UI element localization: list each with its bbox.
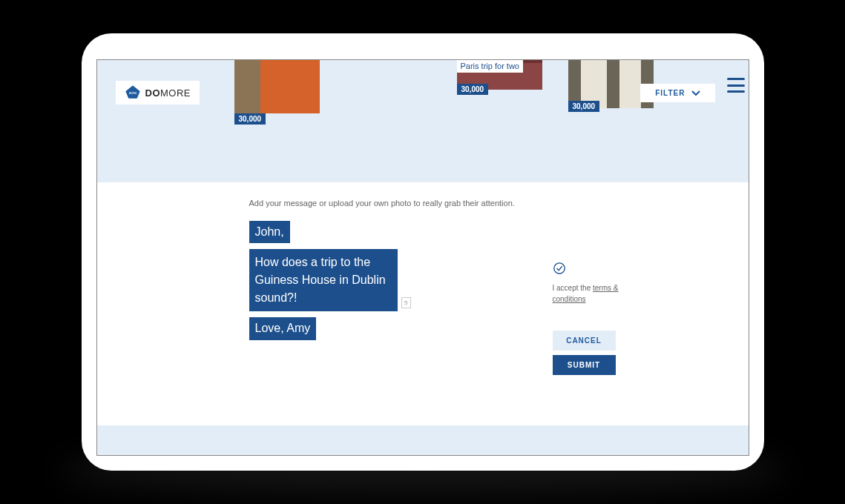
footer-strip: [97, 425, 749, 455]
svg-point-1: [553, 263, 564, 273]
card-price: 30,000: [457, 84, 489, 95]
greeting-input[interactable]: John,: [249, 221, 290, 243]
avios-logo-icon: avios: [125, 84, 141, 101]
main-content: Add your message or upload your own phot…: [97, 182, 749, 425]
cards-row: 30,000 30,000 Paris trip for two 30,000 …: [234, 60, 749, 156]
camera-icon[interactable]: [502, 228, 521, 242]
terms-text: I accept the terms & conditions: [553, 282, 619, 305]
logo-text-thin: MORE: [160, 87, 191, 99]
char-counter: 5: [401, 297, 410, 308]
menu-button[interactable]: [727, 78, 745, 93]
topbar: avios DOMORE 30,000 30,000 Paris trip fo: [97, 60, 749, 156]
card-image: [346, 59, 431, 60]
logo-text-bold: DO: [145, 87, 161, 99]
reward-card[interactable]: Paris trip for two 30,000: [457, 59, 542, 156]
filter-button[interactable]: FILTER: [640, 84, 714, 102]
submit-button[interactable]: SUBMIT: [553, 355, 616, 375]
filter-label: FILTER: [655, 89, 685, 97]
card-price: 30,000: [568, 101, 600, 112]
reward-card[interactable]: 30,000: [568, 59, 654, 156]
reward-card[interactable]: 30,000: [234, 60, 320, 156]
signoff-input[interactable]: Love, Amy: [249, 317, 317, 339]
compose-row: John, How does a trip to the Guiness Hou…: [249, 221, 726, 379]
cancel-button[interactable]: CANCEL: [553, 331, 616, 351]
logo[interactable]: avios DOMORE: [116, 81, 200, 105]
card-image: [234, 60, 320, 113]
svg-text:avios: avios: [128, 91, 137, 95]
instruction-text: Add your message or upload your own phot…: [249, 199, 726, 208]
message-body-input[interactable]: How does a trip to the Guiness House in …: [249, 249, 398, 311]
card-price: 30,000: [234, 113, 266, 125]
message-column: John, How does a trip to the Guiness Hou…: [249, 221, 435, 346]
reward-card[interactable]: 30,000: [346, 59, 431, 156]
chevron-down-icon: [691, 90, 700, 96]
card-title: Paris trip for two: [457, 60, 523, 73]
screen: avios DOMORE 30,000 30,000 Paris trip fo: [96, 59, 749, 456]
device-frame: avios DOMORE 30,000 30,000 Paris trip fo: [82, 33, 764, 471]
checkmark-icon[interactable]: [553, 262, 566, 275]
actions-column: I accept the terms & conditions CANCEL S…: [553, 221, 619, 379]
